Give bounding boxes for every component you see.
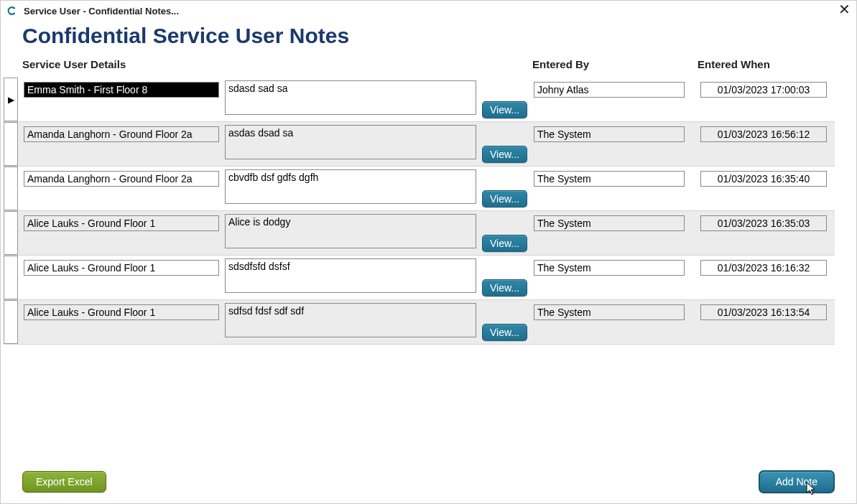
cell-entered-when: 01/03/2023 16:13:54 xyxy=(689,300,830,344)
entered-by-field[interactable]: The System xyxy=(534,304,685,320)
cell-service-user: Alice Lauks - Ground Floor 1 xyxy=(18,256,223,299)
table-row: Alice Lauks - Ground Floor 1sdfsd fdsf s… xyxy=(4,300,835,345)
export-excel-button[interactable]: Export Excel xyxy=(22,471,106,493)
cell-service-user: Alice Lauks - Ground Floor 1 xyxy=(18,300,223,344)
cell-entered-by: The System xyxy=(531,300,689,344)
service-user-field[interactable]: Amanda Langhorn - Ground Floor 2a xyxy=(24,171,219,187)
cell-note: sdsdfsfd dsfsf xyxy=(223,256,479,299)
note-text-field[interactable]: sdfsd fdsf sdf sdf xyxy=(225,303,476,337)
entered-when-field[interactable]: 01/03/2023 17:00:03 xyxy=(700,82,827,98)
col-header-service-user: Service User Details xyxy=(22,58,511,70)
entered-when-field[interactable]: 01/03/2023 16:13:54 xyxy=(700,304,827,320)
current-row-indicator-icon: ▶ xyxy=(8,95,14,105)
cell-view: View... xyxy=(479,122,531,166)
entered-by-field[interactable]: Johny Atlas xyxy=(534,82,685,98)
cell-entered-by: Johny Atlas xyxy=(531,78,689,121)
entered-when-field[interactable]: 01/03/2023 16:56:12 xyxy=(700,126,827,142)
content-area: Confidential Service User Notes Service … xyxy=(1,21,856,352)
cell-view: View... xyxy=(479,300,531,344)
service-user-field[interactable]: Emma Smith - First Floor 8 xyxy=(24,82,219,98)
entered-by-field[interactable]: The System xyxy=(534,126,685,142)
cell-view: View... xyxy=(479,78,531,121)
cell-note: cbvdfb dsf gdfs dgfh xyxy=(223,167,479,210)
note-text-field[interactable]: sdasd sad sa xyxy=(225,80,476,115)
cell-view: View... xyxy=(479,256,531,299)
cell-entered-when: 01/03/2023 16:16:32 xyxy=(689,256,830,299)
view-button[interactable]: View... xyxy=(482,190,527,207)
window-frame: Service User - Confidential Notes... ✕ C… xyxy=(0,0,857,504)
cell-note: asdas dsad sa xyxy=(223,122,479,166)
view-button[interactable]: View... xyxy=(482,146,527,163)
note-text-field[interactable]: sdsdfsfd dsfsf xyxy=(225,258,476,293)
cell-entered-when: 01/03/2023 16:56:12 xyxy=(689,122,830,166)
cell-service-user: Amanda Langhorn - Ground Floor 2a xyxy=(18,167,223,210)
row-selector[interactable]: ▶ xyxy=(4,78,18,121)
note-text-field[interactable]: cbvdfb dsf gdfs dgfh xyxy=(225,169,476,204)
cell-entered-by: The System xyxy=(531,211,689,255)
page-title: Confidential Service User Notes xyxy=(22,24,835,48)
cell-entered-by: The System xyxy=(531,256,689,299)
cell-service-user: Alice Lauks - Ground Floor 1 xyxy=(18,211,223,255)
row-selector[interactable] xyxy=(4,256,18,299)
titlebar: Service User - Confidential Notes... ✕ xyxy=(1,1,856,21)
note-text-field[interactable]: asdas dsad sa xyxy=(225,125,476,159)
entered-when-field[interactable]: 01/03/2023 16:16:32 xyxy=(700,260,827,276)
cell-view: View... xyxy=(479,167,531,210)
table-row: Amanda Langhorn - Ground Floor 2aasdas d… xyxy=(4,122,835,167)
col-header-entered-by: Entered By xyxy=(511,58,676,70)
service-user-field[interactable]: Alice Lauks - Ground Floor 1 xyxy=(24,215,219,231)
view-button[interactable]: View... xyxy=(482,235,527,252)
app-icon xyxy=(6,5,18,17)
close-icon[interactable]: ✕ xyxy=(838,2,851,17)
cell-entered-by: The System xyxy=(531,122,689,166)
entered-by-field[interactable]: The System xyxy=(534,171,685,187)
table-row: Alice Lauks - Ground Floor 1sdsdfsfd dsf… xyxy=(4,256,835,300)
cell-service-user: Emma Smith - First Floor 8 xyxy=(18,78,223,121)
table-row: ▶Emma Smith - First Floor 8sdasd sad saV… xyxy=(4,78,835,122)
service-user-field[interactable]: Alice Lauks - Ground Floor 1 xyxy=(24,304,219,320)
service-user-field[interactable]: Alice Lauks - Ground Floor 1 xyxy=(24,260,219,276)
cell-entered-when: 01/03/2023 16:35:03 xyxy=(689,211,830,255)
cell-service-user: Amanda Langhorn - Ground Floor 2a xyxy=(18,122,223,166)
table-row: Alice Lauks - Ground Floor 1Alice is dod… xyxy=(4,211,835,256)
window-title: Service User - Confidential Notes... xyxy=(24,6,179,17)
row-selector[interactable] xyxy=(4,300,18,344)
row-selector[interactable] xyxy=(4,122,18,166)
entered-when-field[interactable]: 01/03/2023 16:35:03 xyxy=(700,215,827,231)
view-button[interactable]: View... xyxy=(482,324,527,341)
table-row: Amanda Langhorn - Ground Floor 2acbvdfb … xyxy=(4,167,835,211)
note-text-field[interactable]: Alice is dodgy xyxy=(225,214,476,248)
cell-entered-when: 01/03/2023 17:00:03 xyxy=(689,78,830,121)
cell-note: Alice is dodgy xyxy=(223,211,479,255)
cell-entered-when: 01/03/2023 16:35:40 xyxy=(689,167,830,210)
view-button[interactable]: View... xyxy=(482,101,527,118)
entered-when-field[interactable]: 01/03/2023 16:35:40 xyxy=(700,171,827,187)
entered-by-field[interactable]: The System xyxy=(534,260,685,276)
cell-note: sdasd sad sa xyxy=(223,78,479,121)
service-user-field[interactable]: Amanda Langhorn - Ground Floor 2a xyxy=(24,126,219,142)
cell-view: View... xyxy=(479,211,531,255)
footer-actions: Export Excel Add Note xyxy=(22,470,835,493)
cell-entered-by: The System xyxy=(531,167,689,210)
column-headers: Service User Details Entered By Entered … xyxy=(22,58,835,70)
row-selector[interactable] xyxy=(4,211,18,255)
row-selector[interactable] xyxy=(4,167,18,210)
view-button[interactable]: View... xyxy=(482,279,527,297)
notes-grid: ▶Emma Smith - First Floor 8sdasd sad saV… xyxy=(4,78,835,345)
col-header-entered-when: Entered When xyxy=(676,58,820,70)
entered-by-field[interactable]: The System xyxy=(534,215,685,231)
cell-note: sdfsd fdsf sdf sdf xyxy=(223,300,479,344)
add-note-button[interactable]: Add Note xyxy=(759,470,835,493)
